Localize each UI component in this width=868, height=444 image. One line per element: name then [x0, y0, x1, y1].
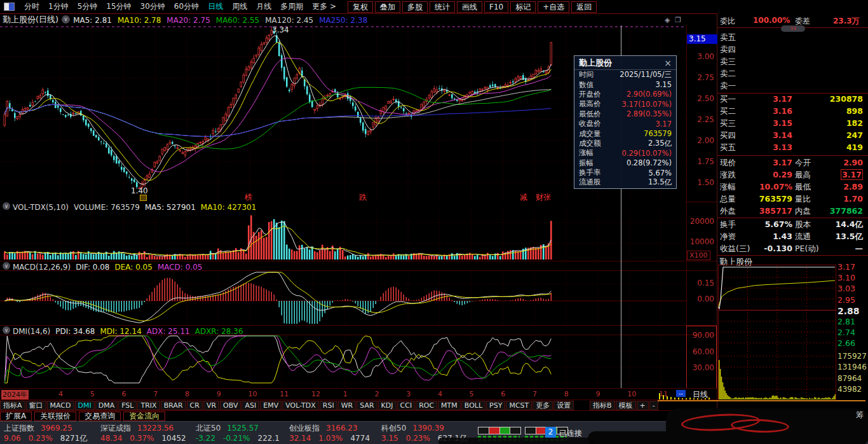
ask-row-0[interactable]: 卖五 [717, 32, 868, 44]
tab-right-0[interactable]: 指标B [590, 401, 615, 410]
menu-item-0[interactable]: 分时 [20, 1, 44, 12]
stat-value-inner: 2.90 [843, 158, 863, 167]
maximize-icon[interactable]: ❐ [675, 16, 681, 24]
popup-row-label: 涨幅 [579, 148, 593, 158]
tab-指标A[interactable]: 指标A [0, 401, 25, 410]
bid-row-2[interactable]: 买三3.15182 [717, 118, 868, 130]
dmi-chart[interactable] [0, 335, 686, 387]
menu-item-1[interactable]: 1分钟 [44, 1, 73, 12]
tab-VOL-TDX[interactable]: VOL-TDX [282, 401, 319, 410]
index-1[interactable]: 深证成指13223.5648.340.37%10452亿 [100, 423, 194, 443]
ask-row-4[interactable]: 卖一 [717, 81, 868, 92]
toolbar-button-3[interactable]: 统计 [430, 1, 455, 13]
ask-row-1[interactable]: 卖四 [717, 45, 868, 56]
tab-BOLL[interactable]: BOLL [461, 401, 485, 410]
toolbar-button-6[interactable]: 标记 [510, 1, 536, 13]
collapse-chevron-icon[interactable]: ∨ [3, 202, 10, 210]
collapse-panel-button[interactable]: ∨∨ [781, 25, 805, 32]
tab-ASI[interactable]: ASI [241, 401, 259, 410]
level-label: 买一 [720, 94, 736, 105]
bid-row-0[interactable]: 买一3.17230878 [717, 94, 868, 106]
volume-chart[interactable] [0, 211, 686, 261]
bid-row-4[interactable]: 买五3.13419 [717, 142, 868, 154]
toolbar-button-2[interactable]: 多股 [402, 1, 428, 13]
index-value: 3166.23 [326, 423, 358, 433]
tab-ROC[interactable]: ROC [416, 401, 437, 410]
collapse-chevron-icon[interactable]: ∨ [3, 326, 10, 334]
index-3[interactable]: 创业板指3166.2332.141.03%4774亿 [289, 423, 383, 443]
index-2[interactable]: 北证501525.57-3.22-0.21%222.1亿 [196, 423, 290, 443]
menu-item-9[interactable]: 多周期 [276, 1, 308, 12]
function-button-3[interactable]: 资金流向 [123, 412, 165, 421]
tab-OBV[interactable]: OBV [220, 401, 241, 410]
close-icon[interactable]: × [664, 58, 672, 68]
menu-item-6[interactable]: 日线 [203, 1, 227, 12]
tab-WR[interactable]: WR [338, 401, 356, 410]
tab-right-1[interactable]: 模板 [616, 401, 636, 410]
index-0[interactable]: 上证指数3969.259.060.23%8271亿 [4, 423, 98, 443]
chip-tab-label[interactable]: 筹 [856, 410, 864, 420]
toolbar-button-8[interactable]: 返回 [571, 1, 597, 13]
tab-KDJ[interactable]: KDJ [378, 401, 397, 410]
weibi-row: 委比 100.00% 委差 23.3万 [717, 16, 868, 26]
window-icon[interactable] [4, 3, 15, 11]
menu-item-8[interactable]: 月线 [252, 1, 276, 12]
tab-CCI[interactable]: CCI [397, 401, 416, 410]
tab-RSI[interactable]: RSI [320, 401, 337, 410]
tab-TRIX[interactable]: TRIX [137, 401, 159, 410]
tab-EMV[interactable]: EMV [260, 401, 281, 410]
collapse-chevron-icon[interactable]: ∨ [62, 15, 70, 24]
collapse-chevron-icon[interactable]: ∨ [3, 262, 10, 270]
menu-item-5[interactable]: 60分钟 [170, 1, 203, 12]
toolbar-button-5[interactable]: F10 [484, 1, 508, 13]
tab-BRAR[interactable]: BRAR [161, 401, 186, 410]
function-button-1[interactable]: 关联报价 [34, 412, 76, 421]
index-change: 32.14 [289, 433, 311, 444]
stat-value-inner: — [855, 244, 864, 253]
bid-row-1[interactable]: 买二3.16898 [717, 106, 868, 118]
market-indicator-box [478, 427, 521, 434]
tab-MACD[interactable]: MACD [47, 401, 74, 410]
ask-row-3[interactable]: 卖二 [717, 69, 868, 80]
stat-label: 最高 [795, 170, 811, 181]
header-segment-2: MA5: 527901 [145, 203, 196, 212]
toolbar-button-0[interactable]: 复权 [348, 1, 373, 13]
tab-更多[interactable]: 更多 [532, 401, 553, 410]
popup-header: 勤上股份 × [574, 56, 676, 70]
menu-item-10[interactable]: 更多 > [308, 1, 341, 12]
menu-item-3[interactable]: 15分钟 [102, 1, 135, 12]
function-button-0[interactable]: 扩展A [0, 412, 32, 421]
bid-row-3[interactable]: 买四3.14247 [717, 130, 868, 142]
tab-设置[interactable]: 设置 [553, 401, 574, 410]
tab-SAR[interactable]: SAR [356, 401, 377, 410]
ask-row-2[interactable]: 卖三 [717, 57, 868, 68]
tab-right-3[interactable]: - [649, 401, 658, 410]
toolbar-button-4[interactable]: 画线 [457, 1, 482, 13]
stat-label: 量比 [795, 194, 811, 205]
tab-right-2[interactable]: + [637, 401, 649, 410]
tab-窗口[interactable]: 窗口 [26, 401, 46, 410]
toolbar-button-1[interactable]: 叠加 [375, 1, 400, 13]
popup-row-value: 763579 [644, 129, 672, 138]
tab-DMI[interactable]: DMI [75, 401, 95, 410]
tab-PSY[interactable]: PSY [486, 401, 505, 410]
stat-row-5: 换手5.67%股本14.4亿 [717, 219, 868, 231]
header-segment-1: DIF: 0.08 [76, 263, 109, 272]
menu-item-4[interactable]: 30分钟 [136, 1, 170, 12]
level-label: 卖三 [720, 57, 736, 67]
macd-chart[interactable] [0, 271, 686, 325]
tab-MCST[interactable]: MCST [506, 401, 532, 410]
tab-FSL[interactable]: FSL [118, 401, 137, 410]
tab-MTM[interactable]: MTM [438, 401, 461, 410]
tab-CR[interactable]: CR [187, 401, 203, 410]
menu-item-2[interactable]: 5分钟 [73, 1, 102, 12]
mini-volume-baseline [658, 400, 865, 401]
mark-icon[interactable]: ◈ [665, 16, 670, 24]
connection-badge[interactable]: 2 [545, 427, 556, 438]
menu-item-7[interactable]: 周线 [227, 1, 252, 12]
tab-VR[interactable]: VR [203, 401, 219, 410]
mini-intraday-chart[interactable] [718, 265, 836, 401]
function-button-2[interactable]: 交易查询 [79, 412, 121, 421]
toolbar-button-7[interactable]: +自选 [538, 1, 569, 13]
tab-DMA[interactable]: DMA [95, 401, 118, 410]
